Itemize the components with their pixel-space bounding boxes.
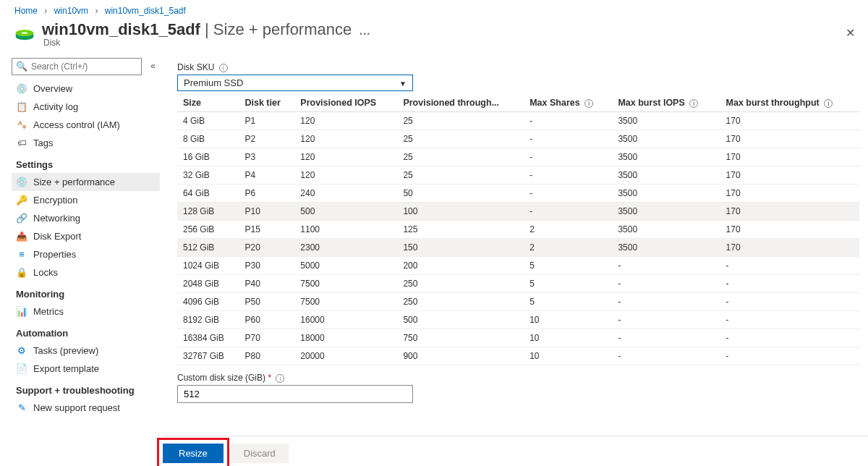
sidebar-item-new-support-request[interactable]: ✎New support request	[12, 399, 160, 417]
sidebar-item-label: Overview	[33, 83, 72, 94]
sidebar-item-encryption[interactable]: 🔑Encryption	[12, 191, 160, 209]
cell-shares: -	[524, 130, 612, 148]
resize-button[interactable]: Resize	[163, 444, 224, 463]
cell-shares: -	[524, 185, 612, 203]
discard-button[interactable]: Discard	[231, 444, 289, 463]
collapse-icon[interactable]: «	[150, 61, 156, 71]
col-max-burst-throughput[interactable]: Max burst throughput i	[720, 94, 859, 112]
cell-iops: 120	[294, 112, 397, 130]
cell-size: 8 GiB	[177, 130, 239, 148]
table-row[interactable]: 16384 GiBP701800075010--	[177, 329, 859, 347]
col-max-burst-iops[interactable]: Max burst IOPS i	[612, 94, 720, 112]
table-row[interactable]: 128 GiBP10500100-3500170	[177, 203, 859, 221]
svg-point-1	[22, 32, 28, 34]
sidebar-item-properties[interactable]: ≡Properties	[12, 245, 160, 263]
cell-iops: 16000	[294, 311, 397, 329]
sidebar-item-disk-export[interactable]: 📤Disk Export	[12, 227, 160, 245]
page-header: win10vm_disk1_5adf | Size + performance……	[0, 19, 868, 55]
table-row[interactable]: 256 GiBP15110012523500170	[177, 221, 859, 239]
cell-size: 2048 GiB	[177, 275, 239, 293]
col-disk-tier[interactable]: Disk tier	[239, 94, 294, 112]
networking-icon: 🔗	[16, 213, 27, 224]
table-row[interactable]: 4 GiBP112025-3500170	[177, 112, 859, 130]
resource-type: Disk	[43, 38, 372, 48]
metrics-icon: 📊	[16, 306, 27, 317]
newreq-icon: ✎	[16, 402, 27, 413]
col-provisioned-iops[interactable]: Provisioned IOPS	[294, 94, 397, 112]
disk-icon: 💿	[16, 83, 27, 94]
cell-size: 8192 GiB	[177, 311, 239, 329]
cell-tier: P30	[239, 257, 294, 275]
col-size[interactable]: Size	[177, 94, 239, 112]
breadcrumb-vm[interactable]: win10vm	[54, 6, 88, 16]
sidebar-item-metrics[interactable]: 📊Metrics	[12, 302, 160, 321]
info-icon[interactable]: i	[824, 99, 833, 108]
cell-tp: 25	[397, 166, 524, 185]
breadcrumb-home[interactable]: Home	[14, 6, 38, 16]
cell-iops: 20000	[294, 347, 397, 365]
table-row[interactable]: 1024 GiBP3050002005--	[177, 257, 859, 275]
table-row[interactable]: 512 GiBP20230015023500170	[177, 239, 859, 257]
sidebar-item-locks[interactable]: 🔒Locks	[12, 263, 160, 281]
locks-icon: 🔒	[16, 267, 27, 278]
cell-biops: 3500	[612, 166, 720, 185]
sidebar-item-networking[interactable]: 🔗Networking	[12, 209, 160, 227]
cell-size: 512 GiB	[177, 239, 239, 257]
cell-tier: P10	[239, 203, 294, 221]
close-icon[interactable]: ✕	[846, 26, 855, 40]
custom-size-input[interactable]	[177, 385, 413, 403]
breadcrumb-disk[interactable]: win10vm_disk1_5adf	[105, 6, 186, 16]
table-row[interactable]: 64 GiBP624050-3500170	[177, 185, 859, 203]
cell-iops: 1100	[294, 221, 397, 239]
table-row[interactable]: 16 GiBP312025-3500170	[177, 148, 859, 166]
table-row[interactable]: 32767 GiBP802000090010--	[177, 347, 859, 365]
table-row[interactable]: 4096 GiBP5075002505--	[177, 293, 859, 311]
sidebar-item-size-performance[interactable]: 💿Size + performance	[12, 173, 160, 191]
sidebar-item-tasks-preview-[interactable]: ⚙Tasks (preview)	[12, 342, 160, 360]
sidebar-item-label: Disk Export	[33, 231, 81, 242]
cell-biops: 3500	[612, 239, 720, 257]
info-icon[interactable]: i	[584, 99, 593, 108]
sidebar-item-label: Tags	[33, 137, 53, 148]
col-max-shares[interactable]: Max Shares i	[524, 94, 612, 112]
info-icon[interactable]: i	[689, 99, 698, 108]
sidebar-item-overview[interactable]: 💿Overview	[12, 80, 160, 98]
sidebar-item-export-template[interactable]: 📄Export template	[12, 360, 160, 378]
cell-tier: P2	[239, 130, 294, 148]
cell-size: 32767 GiB	[177, 347, 239, 365]
search-input[interactable]	[12, 58, 142, 75]
cell-iops: 120	[294, 166, 397, 185]
cell-biops: -	[612, 347, 720, 365]
cell-btp: -	[720, 257, 859, 275]
cell-size: 1024 GiB	[177, 257, 239, 275]
cell-tier: P15	[239, 221, 294, 239]
encryption-icon: 🔑	[16, 195, 27, 206]
size-table: SizeDisk tierProvisioned IOPSProvisioned…	[177, 94, 859, 365]
cell-tp: 25	[397, 148, 524, 166]
cell-btp: -	[720, 275, 859, 293]
sidebar-item-access-control-iam-[interactable]: ᴬᵩAccess control (IAM)	[12, 116, 160, 134]
sidebar-item-activity-log[interactable]: 📋Activity log	[12, 98, 160, 116]
cell-biops: -	[612, 311, 720, 329]
info-icon[interactable]: i	[276, 374, 284, 383]
cell-size: 4 GiB	[177, 112, 239, 130]
sidebar-item-label: Encryption	[33, 195, 77, 206]
table-row[interactable]: 2048 GiBP4075002505--	[177, 275, 859, 293]
cell-biops: -	[612, 275, 720, 293]
sku-label: Disk SKU i	[177, 62, 859, 72]
table-row[interactable]: 8 GiBP212025-3500170	[177, 130, 859, 148]
col-provisioned-through-[interactable]: Provisioned through...	[397, 94, 524, 112]
cell-iops: 240	[294, 185, 397, 203]
table-row[interactable]: 32 GiBP412025-3500170	[177, 166, 859, 185]
sidebar-item-tags[interactable]: 🏷Tags	[12, 134, 160, 152]
more-icon[interactable]: …	[352, 25, 372, 37]
cell-shares: 2	[524, 239, 612, 257]
cell-tier: P6	[239, 185, 294, 203]
cell-biops: 3500	[612, 203, 720, 221]
info-icon[interactable]: i	[219, 64, 228, 72]
sidebar-item-label: New support request	[33, 402, 120, 413]
sku-dropdown[interactable]: Premium SSD	[177, 75, 413, 91]
table-row[interactable]: 8192 GiBP601600050010--	[177, 311, 859, 329]
cell-tp: 100	[397, 203, 524, 221]
cell-size: 32 GiB	[177, 166, 239, 185]
